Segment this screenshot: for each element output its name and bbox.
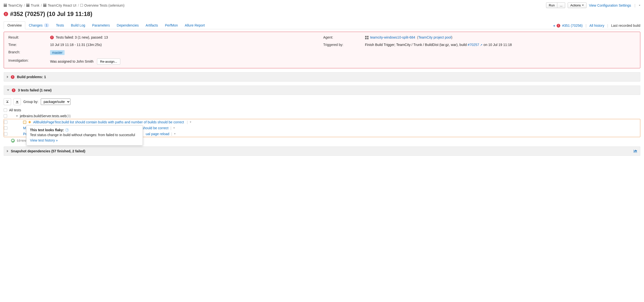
checkbox[interactable]: [4, 132, 7, 136]
test-link[interactable]: ual page reload: [146, 132, 170, 136]
test-link[interactable]: M: [23, 126, 26, 130]
external-link-icon[interactable]: ↗: [480, 43, 482, 47]
breadcrumb-item[interactable]: TeamCity: [4, 4, 22, 7]
checkbox[interactable]: [4, 120, 7, 124]
project-icon: [4, 4, 7, 7]
agent-link[interactable]: teamcity-windows10-split-684: [370, 35, 415, 39]
tab-artifacts[interactable]: Artifacts: [142, 21, 162, 29]
test-status-icon: [23, 121, 26, 124]
tab-dependencies[interactable]: Dependencies: [114, 21, 142, 29]
error-icon: !: [4, 12, 8, 16]
triggered-by-value: Finish Build Trigger; TeamCity / Trunk /…: [365, 43, 636, 47]
breadcrumb-item[interactable]: Overview Tests (selenium): [80, 4, 124, 7]
group-by-select[interactable]: package/suite: [41, 99, 70, 105]
expander-icon[interactable]: [7, 76, 8, 78]
error-icon: !: [556, 24, 560, 28]
snapshot-title: Snapshot dependencies (57 finished, 2 fa…: [11, 149, 85, 153]
all-history-link[interactable]: All history: [590, 24, 604, 28]
result-label: Result:: [8, 35, 48, 39]
build-summary-panel: Result: !Tests failed: 3 (1 new), passed…: [4, 32, 640, 68]
run-more-button[interactable]: ...: [557, 3, 565, 8]
build-config-icon: [80, 4, 83, 7]
project-icon: [43, 4, 46, 7]
checkbox[interactable]: [4, 114, 7, 118]
changes-count-badge: 1: [44, 23, 49, 27]
breadcrumb-item[interactable]: Trunk: [26, 4, 39, 7]
snapshot-dependencies-section[interactable]: Snapshot dependencies (57 finished, 2 fa…: [4, 146, 640, 156]
time-label: Time:: [8, 43, 48, 47]
collapse-all-button[interactable]: [4, 98, 11, 105]
breadcrumb-separator: /: [24, 4, 25, 7]
tab-overview[interactable]: Overview: [4, 21, 25, 29]
breadcrumb-separator: /: [41, 4, 42, 7]
flaky-test-popover: This test looks flaky:? Test status chan…: [26, 125, 143, 145]
tests-failed-section[interactable]: ! 3 tests failed (1 new): [4, 86, 640, 95]
package-node[interactable]: jetbrains.buildServer.tests.web(3): [20, 114, 71, 118]
tab-changes[interactable]: Changes1: [25, 21, 52, 29]
test-link[interactable]: AllBuildsPageTest.build list should cont…: [33, 120, 184, 124]
chevron-down-icon[interactable]: [173, 128, 175, 129]
tabs: Overview Changes1 Tests Build Log Parame…: [4, 21, 208, 29]
expander-icon[interactable]: [16, 116, 18, 117]
success-icon: [11, 139, 15, 143]
tab-parameters[interactable]: Parameters: [89, 21, 113, 29]
branch-label: Branch:: [8, 50, 48, 54]
expander-icon[interactable]: [7, 89, 9, 91]
reassign-button[interactable]: Re-assign...: [97, 59, 120, 65]
agent-label: Agent:: [323, 35, 363, 39]
flaky-title: This test looks flaky:: [30, 128, 64, 132]
result-value: Tests failed: 3 (1 new), passed: 13: [56, 35, 108, 39]
tab-allure-report[interactable]: Allure Report: [182, 21, 208, 29]
expand-all-button[interactable]: [14, 98, 21, 105]
build-problems-title: Build problems: 1: [17, 75, 46, 79]
expander-icon[interactable]: [7, 150, 8, 152]
history-back-icon[interactable]: «: [554, 24, 555, 28]
agent-pool-link[interactable]: TeamCity project pool: [418, 35, 451, 39]
triggering-build-link[interactable]: #70257: [468, 43, 479, 47]
breadcrumb: TeamCity / Trunk / TeamCity React UI / O…: [4, 4, 124, 7]
error-icon: !: [11, 75, 14, 79]
triggered-by-label: Triggered by:: [323, 43, 363, 47]
checkbox[interactable]: [4, 126, 7, 130]
branch-tag[interactable]: master: [50, 50, 64, 55]
prev-build-link[interactable]: #351 (70256): [562, 24, 582, 28]
chevron-down-icon: [582, 5, 584, 6]
new-failure-star-icon: ✱: [28, 120, 31, 124]
run-button[interactable]: Run: [546, 3, 557, 8]
view-test-history-link[interactable]: View test history »: [30, 138, 58, 142]
error-icon: !: [12, 89, 16, 92]
time-value: 10 Jul 19 11:18 - 11:31 (13m:25s): [50, 43, 321, 47]
chevron-down-icon[interactable]: [639, 5, 640, 6]
graph-icon[interactable]: [634, 150, 637, 153]
tab-build-log[interactable]: Build Log: [68, 21, 89, 29]
tab-perfmon[interactable]: PerfMon: [162, 21, 182, 29]
group-by-label: Group by:: [23, 100, 38, 104]
help-icon[interactable]: ?: [65, 128, 69, 132]
error-icon: !: [50, 36, 54, 39]
actions-dropdown[interactable]: Actions: [568, 3, 586, 8]
view-config-settings-link[interactable]: View Configuration Settings: [589, 4, 631, 7]
last-recorded-label: Last recorded build: [611, 24, 640, 28]
windows-icon: [365, 36, 368, 39]
investigation-value: Was assigned to John Smith: [50, 60, 94, 63]
investigation-label: Investigation:: [8, 59, 48, 62]
tests-failed-title: 3 tests failed (1 new): [18, 88, 52, 92]
project-icon: [26, 4, 30, 7]
all-tests-node[interactable]: All tests: [9, 108, 21, 112]
flaky-description: Test status change in build without chan…: [30, 133, 139, 137]
chevron-down-icon[interactable]: [174, 133, 176, 134]
arrow-down-icon: [16, 101, 18, 103]
checkbox[interactable]: [4, 108, 7, 112]
build-problems-section[interactable]: ! Build problems: 1: [4, 72, 640, 82]
arrow-up-icon: [6, 101, 8, 103]
page-title: #352 (70257) (10 Jul 19 11:18): [10, 11, 92, 18]
tab-tests[interactable]: Tests: [52, 21, 68, 29]
chevron-down-icon[interactable]: [190, 122, 191, 123]
breadcrumb-separator: /: [78, 4, 79, 7]
breadcrumb-item[interactable]: TeamCity React UI: [43, 4, 76, 7]
